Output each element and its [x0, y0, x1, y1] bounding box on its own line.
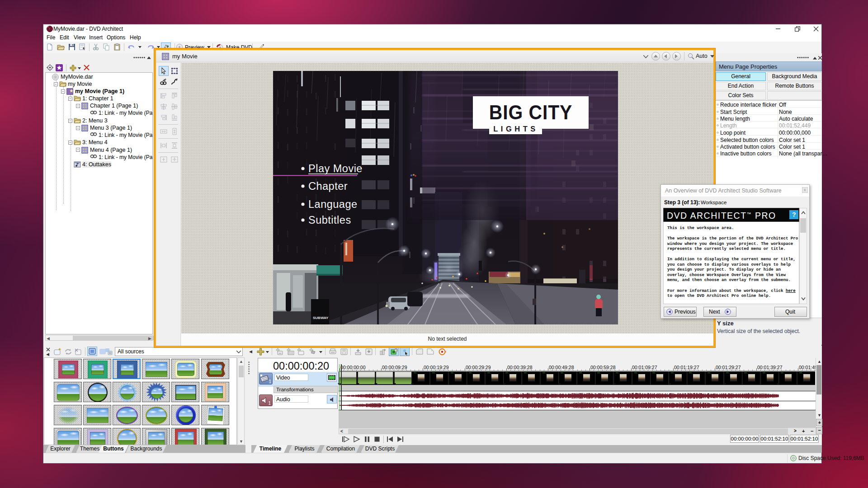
svg-text:Language: Language	[308, 198, 358, 210]
svg-text:BIG CITY: BIG CITY	[489, 101, 573, 124]
svg-text:Play Movie: Play Movie	[308, 163, 363, 174]
svg-text:Chapter: Chapter	[308, 180, 348, 192]
svg-text:LIGHTS: LIGHTS	[493, 125, 538, 133]
svg-text:Subtitles: Subtitles	[308, 214, 351, 226]
svg-text:SUBWAY: SUBWAY	[313, 316, 329, 320]
